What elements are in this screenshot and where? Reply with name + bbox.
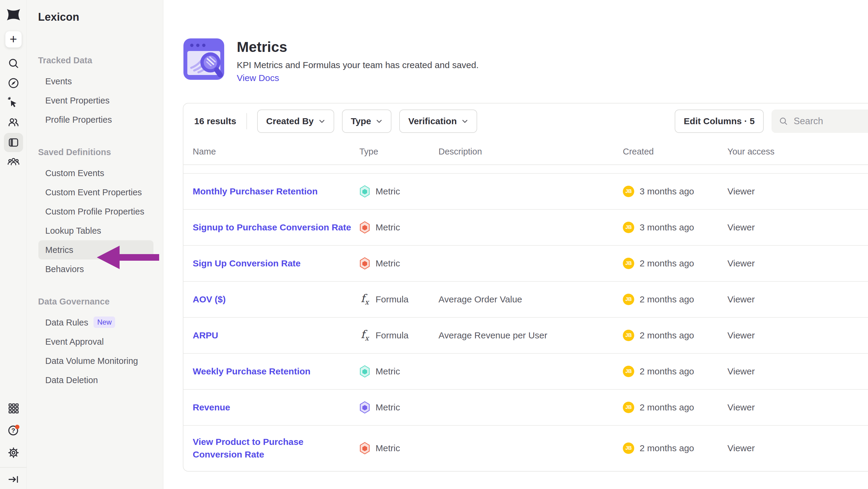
table-row: Monthly Purchaser RetentionMetricJB3 mon… bbox=[183, 174, 868, 210]
created-time: 2 months ago bbox=[640, 294, 694, 305]
type-cell: Metric bbox=[360, 185, 438, 198]
new-badge: New bbox=[94, 316, 115, 328]
sidebar-item-event-approval[interactable]: Event Approval bbox=[38, 332, 153, 351]
rail-divider bbox=[0, 467, 27, 468]
access-cell: Viewer bbox=[727, 222, 868, 232]
avatar: JB bbox=[623, 294, 634, 305]
sidebar-item-custom-profile-properties[interactable]: Custom Profile Properties bbox=[38, 202, 153, 221]
avatar: JB bbox=[623, 258, 634, 269]
type-label: Metric bbox=[376, 186, 400, 197]
created-cell: JB2 months ago bbox=[623, 442, 727, 454]
created-cell: JB2 months ago bbox=[623, 294, 727, 305]
sidebar-item-data-deletion[interactable]: Data Deletion bbox=[38, 371, 153, 390]
collapse-sidebar-icon[interactable] bbox=[0, 473, 27, 486]
formula-fx-icon: fx bbox=[360, 293, 370, 306]
create-plus-icon[interactable]: + bbox=[0, 31, 27, 48]
type-cell: fxFormula bbox=[360, 329, 438, 342]
section-label: Tracked Data bbox=[38, 54, 163, 66]
metric-hexagon-icon bbox=[360, 401, 370, 414]
metric-name-link[interactable]: Weekly Purchase Retention bbox=[193, 365, 360, 378]
metric-name-link[interactable]: AOV ($) bbox=[193, 293, 360, 306]
metric-name-link[interactable]: Signup to Purchase Conversion Rate bbox=[193, 221, 360, 234]
created-time: 2 months ago bbox=[640, 330, 694, 341]
filter-label: Created By bbox=[266, 116, 313, 126]
results-count: 16 results bbox=[194, 116, 236, 126]
access-cell: Viewer bbox=[727, 402, 868, 412]
formula-fx-icon: fx bbox=[360, 329, 370, 342]
edit-columns-button[interactable]: Edit Columns · 5 bbox=[675, 110, 764, 133]
sidebar-item-custom-events[interactable]: Custom Events bbox=[38, 164, 153, 183]
sidebar-title: Lexicon bbox=[38, 9, 163, 25]
search-input[interactable] bbox=[794, 116, 866, 126]
search-box[interactable] bbox=[772, 110, 868, 133]
apps-grid-icon[interactable] bbox=[0, 402, 27, 414]
metric-hexagon-icon bbox=[360, 257, 370, 270]
column-header-type: Type bbox=[360, 147, 438, 156]
access-cell: Viewer bbox=[727, 186, 868, 197]
avatar: JB bbox=[623, 330, 634, 341]
metric-name-link[interactable]: View Product to Purchase Conversion Rate bbox=[193, 436, 360, 461]
filter-verification-button[interactable]: Verification bbox=[399, 110, 477, 133]
type-label: Metric bbox=[376, 366, 400, 376]
users-icon[interactable] bbox=[0, 116, 27, 128]
column-header-created: Created bbox=[623, 147, 727, 156]
filter-label: Type bbox=[351, 116, 371, 126]
created-cell: JB2 months ago bbox=[623, 258, 727, 269]
type-label: Metric bbox=[376, 258, 400, 268]
metric-name-link[interactable]: Sign Up Conversion Rate bbox=[193, 257, 360, 270]
help-question-icon[interactable]: ? bbox=[0, 424, 27, 437]
sidebar-item-data-rules[interactable]: Data RulesNew bbox=[38, 313, 153, 332]
metric-hexagon-icon bbox=[360, 365, 370, 378]
metrics-table-panel: 16 results Created ByTypeVerification Ed… bbox=[183, 103, 868, 471]
type-label: Formula bbox=[376, 294, 408, 305]
metric-name-link[interactable]: ARPU bbox=[193, 329, 360, 342]
metric-hexagon-icon bbox=[360, 185, 370, 198]
sidebar-item-label: Metrics bbox=[45, 245, 73, 255]
lexicon-book-active-icon[interactable] bbox=[0, 133, 27, 152]
filter-type-button[interactable]: Type bbox=[342, 110, 392, 133]
sidebar-item-label: Data Volume Monitoring bbox=[45, 356, 138, 366]
nav-section-tracked-data: Tracked DataEventsEvent PropertiesProfil… bbox=[27, 54, 163, 129]
sidebar-item-label: Data Deletion bbox=[45, 375, 98, 385]
sidebar-item-data-volume-monitoring[interactable]: Data Volume Monitoring bbox=[38, 351, 153, 371]
type-label: Metric bbox=[376, 443, 400, 453]
type-cell: Metric bbox=[360, 257, 438, 270]
sidebar-item-lookup-tables[interactable]: Lookup Tables bbox=[38, 221, 153, 240]
type-cell: Metric bbox=[360, 442, 438, 455]
filter-created-by-button[interactable]: Created By bbox=[257, 110, 334, 133]
sidebar-item-events[interactable]: Events bbox=[38, 72, 153, 91]
type-label: Metric bbox=[376, 222, 400, 232]
page-header: Metrics KPI Metrics and Formulas your te… bbox=[183, 38, 479, 84]
avatar: JB bbox=[623, 402, 634, 413]
table-row: ARPUfxFormulaAverage Revenue per UserJB2… bbox=[183, 318, 868, 354]
cohorts-group-icon[interactable] bbox=[0, 155, 27, 168]
metric-name-link[interactable]: Revenue bbox=[193, 401, 360, 414]
type-label: Metric bbox=[376, 402, 400, 412]
lexicon-app: +? Lexicon Tracked DataEventsEvent Prope… bbox=[0, 0, 868, 489]
events-cursor-icon[interactable] bbox=[0, 96, 27, 109]
search-icon bbox=[779, 116, 788, 126]
main-content: Metrics KPI Metrics and Formulas your te… bbox=[163, 0, 868, 489]
metric-hexagon-icon bbox=[360, 442, 370, 455]
sidebar-item-event-properties[interactable]: Event Properties bbox=[38, 91, 153, 110]
icon-rail: +? bbox=[0, 0, 27, 489]
metric-hexagon-icon bbox=[360, 221, 370, 234]
sidebar-item-custom-event-properties[interactable]: Custom Event Properties bbox=[38, 183, 153, 202]
toolbar-divider bbox=[246, 113, 247, 129]
table-row: View Product to Purchase Conversion Rate… bbox=[183, 426, 868, 471]
search-icon[interactable] bbox=[0, 57, 27, 69]
explore-compass-icon[interactable] bbox=[0, 77, 27, 89]
view-docs-link[interactable]: View Docs bbox=[237, 72, 279, 84]
type-cell: fxFormula bbox=[360, 293, 438, 306]
created-time: 2 months ago bbox=[640, 366, 694, 376]
settings-gear-icon[interactable] bbox=[0, 447, 27, 459]
sidebar-item-label: Event Properties bbox=[45, 96, 110, 105]
page-subtitle: KPI Metrics and Formulas your team has c… bbox=[237, 59, 479, 71]
metric-name-link[interactable]: Monthly Purchaser Retention bbox=[193, 185, 360, 198]
sidebar-item-profile-properties[interactable]: Profile Properties bbox=[38, 110, 153, 129]
table-row: Sign Up Conversion RateMetricJB2 months … bbox=[183, 246, 868, 282]
avatar: JB bbox=[623, 186, 634, 197]
created-cell: JB2 months ago bbox=[623, 402, 727, 413]
section-label: Saved Definitions bbox=[38, 146, 163, 158]
created-cell: JB2 months ago bbox=[623, 330, 727, 341]
